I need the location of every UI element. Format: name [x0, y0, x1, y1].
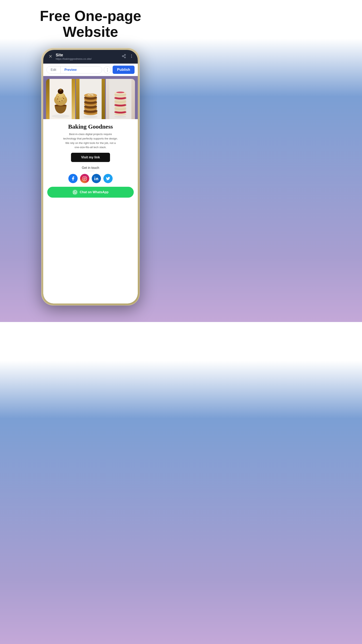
phone-mockup: ✕ Site https://bakinggoodness.co.site/: [41, 48, 140, 306]
whatsapp-button[interactable]: Chat on WhatsApp: [47, 187, 134, 198]
visit-link-button[interactable]: Visit my link: [71, 153, 110, 162]
browser-bar: ✕ Site https://bakinggoodness.co.site/: [43, 50, 138, 64]
social-icons-row: [68, 174, 113, 183]
svg-point-45: [114, 116, 126, 118]
svg-point-2: [124, 57, 126, 58]
phone-inner: ✕ Site https://bakinggoodness.co.site/: [43, 50, 138, 304]
photo-grid: [46, 79, 135, 119]
browser-site-info: Site https://bakinggoodness.co.site/: [54, 53, 122, 60]
svg-point-59: [116, 92, 124, 93]
photo-cell-1: [46, 79, 75, 119]
svg-point-19: [63, 98, 64, 99]
toolbar-more-button[interactable]: ⋮: [104, 66, 111, 74]
publish-button[interactable]: Publish: [113, 66, 135, 74]
svg-point-5: [131, 54, 132, 55]
photo-cell-3: [106, 79, 135, 119]
svg-point-23: [62, 97, 63, 98]
svg-point-64: [94, 177, 95, 178]
svg-point-17: [59, 88, 62, 90]
svg-point-6: [131, 56, 132, 56]
divider: [86, 171, 94, 171]
svg-line-3: [123, 56, 124, 57]
page-title: Free One-page Website: [28, 0, 153, 46]
website-content: Baking Goodness Best-in-class digital pr…: [43, 76, 138, 304]
twitter-icon[interactable]: [103, 174, 113, 183]
svg-point-9: [51, 114, 70, 118]
browser-icons: [122, 54, 134, 59]
browser-site-title: Site: [56, 53, 122, 57]
preview-button[interactable]: Preview: [60, 66, 81, 73]
svg-rect-63: [94, 178, 95, 180]
svg-point-62: [85, 177, 86, 178]
whatsapp-label: Chat on WhatsApp: [80, 190, 108, 194]
svg-point-20: [59, 101, 60, 102]
instagram-icon[interactable]: [80, 174, 89, 183]
site-body: Baking Goodness Best-in-class digital pr…: [43, 119, 138, 304]
svg-point-0: [124, 54, 126, 56]
svg-line-4: [123, 55, 124, 56]
browser-url: https://bakinggoodness.co.site/: [56, 57, 122, 60]
facebook-icon[interactable]: [68, 174, 78, 183]
site-brand-name: Baking Goodness: [68, 123, 113, 130]
svg-point-1: [122, 56, 123, 57]
whatsapp-icon: [72, 190, 78, 195]
photo-cell-2: [76, 79, 105, 119]
svg-point-21: [61, 100, 62, 101]
svg-rect-60: [83, 177, 86, 180]
svg-point-7: [131, 57, 132, 58]
share-icon[interactable]: [122, 54, 126, 59]
svg-point-18: [57, 98, 58, 100]
edit-button[interactable]: Edit: [47, 66, 60, 73]
site-description: Best-in-class digital projects require t…: [62, 132, 119, 149]
svg-point-22: [58, 96, 59, 97]
svg-point-25: [83, 116, 97, 118]
browser-close-button[interactable]: ✕: [47, 53, 54, 60]
edit-preview-toggle: Edit Preview: [46, 66, 102, 74]
phone-screen: ✕ Site https://bakinggoodness.co.site/: [43, 50, 138, 304]
site-header: [43, 76, 138, 119]
svg-point-61: [84, 178, 85, 179]
linkedin-icon[interactable]: [92, 174, 101, 183]
toolbar: Edit Preview ⋮ Publish: [43, 64, 138, 76]
more-icon[interactable]: [129, 54, 134, 59]
get-in-touch-label: Get in touch: [82, 166, 99, 170]
